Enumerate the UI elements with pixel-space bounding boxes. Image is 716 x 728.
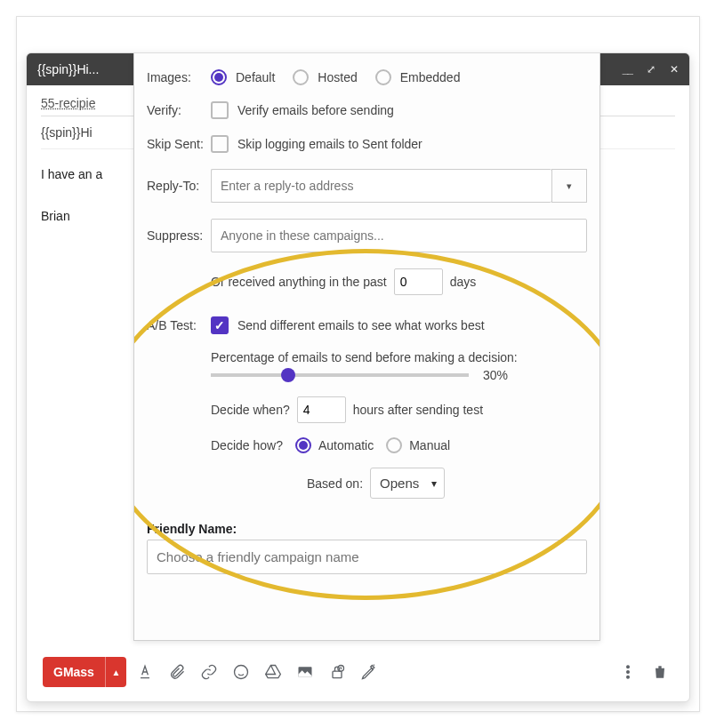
ab-test-text: Send different emails to see what works … xyxy=(237,318,485,332)
image-icon[interactable] xyxy=(292,659,318,685)
ab-test-label: A/B Test: xyxy=(147,318,211,332)
slider-thumb[interactable] xyxy=(281,368,295,382)
skip-sent-text: Skip logging emails to Sent folder xyxy=(237,137,422,151)
verify-text: Verify emails before sending xyxy=(237,103,394,117)
decide-how-automatic-text: Automatic xyxy=(318,438,374,452)
suppress-input[interactable] xyxy=(211,219,587,252)
caret-up-icon: ▲ xyxy=(111,668,120,677)
reply-to-input[interactable] xyxy=(211,169,551,203)
images-hosted-text: Hosted xyxy=(318,70,357,84)
gmass-dropdown[interactable]: ▲ xyxy=(105,657,126,687)
compose-title: {{spin}}Hi... xyxy=(37,62,99,76)
drive-icon[interactable] xyxy=(260,659,286,685)
images-label: Images: xyxy=(147,70,211,84)
text-format-icon[interactable] xyxy=(132,659,158,685)
images-default-text: Default xyxy=(236,70,275,84)
verify-checkbox[interactable] xyxy=(211,101,229,119)
svg-rect-2 xyxy=(333,671,342,678)
confidential-icon[interactable] xyxy=(324,659,350,685)
trash-icon[interactable] xyxy=(647,659,673,685)
images-embedded-text: Embedded xyxy=(400,70,461,84)
svg-point-4 xyxy=(627,666,630,668)
decide-how-manual-text: Manual xyxy=(409,438,450,452)
decide-when-suffix: hours after sending test xyxy=(353,403,483,417)
images-embedded-radio[interactable] xyxy=(375,69,391,85)
ab-test-checkbox[interactable] xyxy=(211,316,229,334)
suppress-or-text-post: days xyxy=(450,275,477,289)
attach-icon[interactable] xyxy=(164,659,190,685)
compose-toolbar: GMass ▲ xyxy=(36,650,680,694)
suppress-or-text-pre: Or received anything in the past xyxy=(211,275,387,289)
reply-to-label: Reply-To: xyxy=(147,179,211,193)
decide-how-automatic-radio[interactable] xyxy=(295,437,311,453)
ab-percent-value: 30% xyxy=(483,368,508,382)
skip-sent-label: Skip Sent: xyxy=(147,137,211,151)
friendly-name-label: Friendly Name: xyxy=(147,522,587,536)
images-default-radio[interactable] xyxy=(211,69,227,85)
suppress-days-input[interactable] xyxy=(394,268,443,295)
more-options-icon[interactable] xyxy=(615,659,641,685)
chevron-down-icon: ▾ xyxy=(567,180,572,192)
ab-percent-label: Percentage of emails to send before maki… xyxy=(211,350,518,364)
gmass-button[interactable]: GMass xyxy=(43,657,105,687)
ab-percent-slider[interactable] xyxy=(211,373,469,377)
reply-to-dropdown[interactable]: ▾ xyxy=(551,169,587,203)
friendly-name-input[interactable] xyxy=(147,540,587,574)
pen-icon[interactable] xyxy=(356,659,382,685)
close-icon[interactable]: ✕ xyxy=(670,63,679,76)
based-on-label: Based on: xyxy=(307,476,363,491)
svg-point-0 xyxy=(234,666,247,679)
decide-when-label: Decide when? xyxy=(211,403,290,417)
emoji-icon[interactable] xyxy=(228,659,254,685)
suppress-label: Suppress: xyxy=(147,228,211,243)
minimize-icon[interactable]: __ xyxy=(623,63,632,76)
images-hosted-radio[interactable] xyxy=(293,69,309,85)
based-on-select[interactable]: Opens xyxy=(370,468,445,499)
expand-icon[interactable]: ⤢ xyxy=(647,63,656,76)
decide-how-label: Decide how? xyxy=(211,438,283,452)
verify-label: Verify: xyxy=(147,103,211,117)
skip-sent-checkbox[interactable] xyxy=(211,135,229,153)
settings-panel: Images: Default Hosted Embedded Verify: … xyxy=(133,53,600,641)
svg-point-5 xyxy=(627,671,630,674)
decide-how-manual-radio[interactable] xyxy=(386,437,402,453)
svg-point-6 xyxy=(627,676,630,679)
decide-when-input[interactable] xyxy=(297,396,346,423)
link-icon[interactable] xyxy=(196,659,222,685)
